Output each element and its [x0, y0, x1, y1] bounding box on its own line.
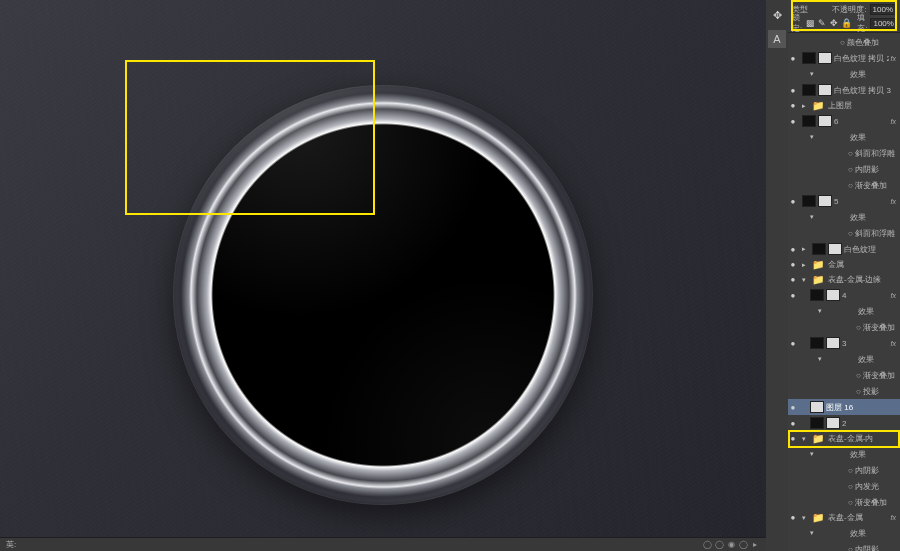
- visibility-toggle[interactable]: ●: [788, 339, 798, 348]
- disclosure-arrow[interactable]: ▾: [810, 529, 818, 537]
- layer-thumbnail[interactable]: [810, 337, 824, 349]
- visibility-toggle[interactable]: ●: [788, 513, 798, 522]
- visibility-toggle[interactable]: ●: [788, 54, 798, 63]
- layer-row[interactable]: ○ 内发光: [788, 478, 900, 494]
- visibility-toggle[interactable]: ●: [788, 403, 798, 412]
- visibility-toggle[interactable]: ●: [788, 434, 798, 443]
- layer-row[interactable]: ▾效果: [788, 525, 900, 541]
- layer-group[interactable]: ●▸📁金属: [788, 257, 900, 272]
- layer-group[interactable]: ●▸📁上图层: [788, 98, 900, 113]
- layer-mask-thumbnail[interactable]: [826, 337, 840, 349]
- disclosure-arrow[interactable]: ▾: [810, 133, 818, 141]
- layer-row[interactable]: ▾效果: [788, 303, 900, 319]
- lock-icon-2[interactable]: ✥: [829, 18, 839, 28]
- disclosure-arrow[interactable]: ▾: [802, 514, 810, 522]
- visibility-toggle[interactable]: ●: [788, 197, 798, 206]
- layer-row[interactable]: ●5fx: [788, 193, 900, 209]
- layer-mask-thumbnail[interactable]: [826, 417, 840, 429]
- layer-thumbnail[interactable]: [810, 401, 824, 413]
- layer-row[interactable]: ●图层 16: [788, 399, 900, 415]
- visibility-toggle[interactable]: ●: [788, 245, 798, 254]
- visibility-toggle[interactable]: ●: [788, 260, 798, 269]
- layer-row[interactable]: ○ 内阴影: [788, 462, 900, 478]
- layer-row[interactable]: ●4fx: [788, 287, 900, 303]
- type-tool[interactable]: A: [768, 30, 786, 48]
- disclosure-arrow[interactable]: ▸: [802, 245, 810, 253]
- disclosure-arrow[interactable]: ▾: [802, 435, 810, 443]
- layer-mask-thumbnail[interactable]: [818, 195, 832, 207]
- layer-row[interactable]: ○ 渐变叠加: [788, 319, 900, 335]
- layer-row[interactable]: ●白色纹理 拷贝 2fx: [788, 50, 900, 66]
- layer-name: 2: [842, 419, 898, 428]
- visibility-toggle[interactable]: ●: [788, 419, 798, 428]
- fx-badge[interactable]: fx: [891, 340, 898, 347]
- disclosure-arrow[interactable]: ▾: [810, 70, 818, 78]
- layer-row[interactable]: ▾效果: [788, 129, 900, 145]
- layer-row[interactable]: ○ 内阴影: [788, 161, 900, 177]
- disclosure-arrow[interactable]: ▸: [802, 102, 810, 110]
- layer-thumbnail[interactable]: [802, 115, 816, 127]
- layer-thumbnail[interactable]: [802, 195, 816, 207]
- status-icon-1[interactable]: ◯: [714, 540, 724, 550]
- disclosure-arrow[interactable]: ▾: [810, 450, 818, 458]
- opacity-field[interactable]: 100%: [870, 4, 896, 15]
- fx-badge[interactable]: fx: [891, 514, 898, 521]
- fx-badge[interactable]: fx: [891, 118, 898, 125]
- visibility-toggle[interactable]: ●: [788, 117, 798, 126]
- visibility-toggle[interactable]: ●: [788, 86, 798, 95]
- layer-row[interactable]: ▾效果: [788, 209, 900, 225]
- disclosure-arrow[interactable]: ▾: [810, 213, 818, 221]
- status-icon-0[interactable]: ◯: [702, 540, 712, 550]
- disclosure-arrow[interactable]: ▸: [802, 261, 810, 269]
- layer-mask-thumbnail[interactable]: [828, 243, 842, 255]
- layer-row[interactable]: ●▸白色纹理: [788, 241, 900, 257]
- fx-badge[interactable]: fx: [891, 292, 898, 299]
- layer-mask-thumbnail[interactable]: [818, 115, 832, 127]
- visibility-toggle[interactable]: ●: [788, 275, 798, 284]
- fx-badge[interactable]: fx: [891, 198, 898, 205]
- lock-icon-1[interactable]: ✎: [817, 18, 827, 28]
- status-icon-4[interactable]: ▸: [750, 540, 760, 550]
- layer-row[interactable]: ▾效果: [788, 351, 900, 367]
- layer-thumbnail[interactable]: [810, 417, 824, 429]
- layer-row[interactable]: ○ 投影: [788, 383, 900, 399]
- canvas-area[interactable]: 英: ◯◯◉◯▸: [0, 0, 766, 551]
- move-tool[interactable]: ✥: [768, 6, 786, 24]
- lock-icon-0[interactable]: ▩: [805, 18, 815, 28]
- status-bar: 英: ◯◯◉◯▸: [0, 537, 766, 551]
- visibility-toggle[interactable]: ●: [788, 101, 798, 110]
- layer-thumbnail[interactable]: [810, 289, 824, 301]
- layer-row[interactable]: ○ 斜面和浮雕: [788, 145, 900, 161]
- layer-group[interactable]: ●▾📁表盘-金属-边缘: [788, 272, 900, 287]
- layer-row[interactable]: ○ 内阴影: [788, 541, 900, 551]
- layer-row[interactable]: ●3fx: [788, 335, 900, 351]
- layers-panel[interactable]: ○ 颜色叠加●白色纹理 拷贝 2fx▾效果●白色纹理 拷贝 3●▸📁上图层●6f…: [788, 33, 900, 551]
- layer-row[interactable]: ○ 斜面和浮雕: [788, 225, 900, 241]
- layer-thumbnail[interactable]: [802, 84, 816, 96]
- layer-mask-thumbnail[interactable]: [818, 52, 832, 64]
- disclosure-arrow[interactable]: ▾: [818, 355, 826, 363]
- layer-group[interactable]: ●▾📁表盘-金属fx: [788, 510, 900, 525]
- layer-mask-thumbnail[interactable]: [818, 84, 832, 96]
- layer-row[interactable]: ▾效果: [788, 66, 900, 82]
- layer-row[interactable]: ●6fx: [788, 113, 900, 129]
- layer-thumbnail[interactable]: [812, 243, 826, 255]
- status-icon-2[interactable]: ◉: [726, 540, 736, 550]
- layer-row[interactable]: ○ 渐变叠加: [788, 177, 900, 193]
- layer-row[interactable]: ▾效果: [788, 446, 900, 462]
- status-icon-3[interactable]: ◯: [738, 540, 748, 550]
- layer-thumbnail[interactable]: [802, 52, 816, 64]
- disclosure-arrow[interactable]: ▾: [802, 276, 810, 284]
- layer-row[interactable]: ○ 渐变叠加: [788, 494, 900, 510]
- layer-mask-thumbnail[interactable]: [826, 289, 840, 301]
- layer-row[interactable]: ○ 颜色叠加: [788, 34, 900, 50]
- layer-row[interactable]: ○ 渐变叠加: [788, 367, 900, 383]
- fill-field[interactable]: 100%: [870, 18, 896, 29]
- layer-row[interactable]: ●白色纹理 拷贝 3: [788, 82, 900, 98]
- disclosure-arrow[interactable]: ▾: [818, 307, 826, 315]
- layer-row[interactable]: ●2: [788, 415, 900, 431]
- layer-group[interactable]: ●▾📁表盘-金属-内: [788, 431, 900, 446]
- visibility-toggle[interactable]: ●: [788, 291, 798, 300]
- fx-badge[interactable]: fx: [891, 55, 898, 62]
- lock-icon-3[interactable]: 🔒: [841, 18, 851, 28]
